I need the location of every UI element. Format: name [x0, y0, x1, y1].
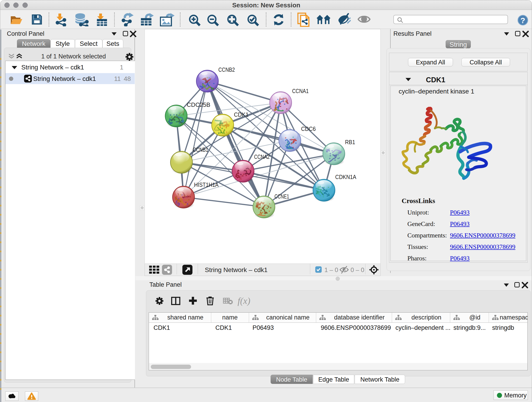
svg-text:RB1: RB1 — [345, 139, 355, 146]
svg-text:HIST1H1A: HIST1H1A — [194, 181, 219, 188]
svg-text:CCNB2: CCNB2 — [218, 66, 235, 73]
svg-text:CCNB1: CCNB1 — [193, 146, 208, 153]
svg-text:CCNA2: CCNA2 — [254, 153, 270, 160]
svg-text:CDC6: CDC6 — [301, 125, 316, 132]
svg-text:CDKN1A: CDKN1A — [335, 173, 356, 180]
svg-text:CDK1: CDK1 — [234, 111, 249, 118]
svg-text:CCNE1: CCNE1 — [274, 193, 289, 200]
svg-text:CCNA1: CCNA1 — [292, 88, 309, 95]
svg-text:CDC25B: CDC25B — [187, 101, 210, 108]
